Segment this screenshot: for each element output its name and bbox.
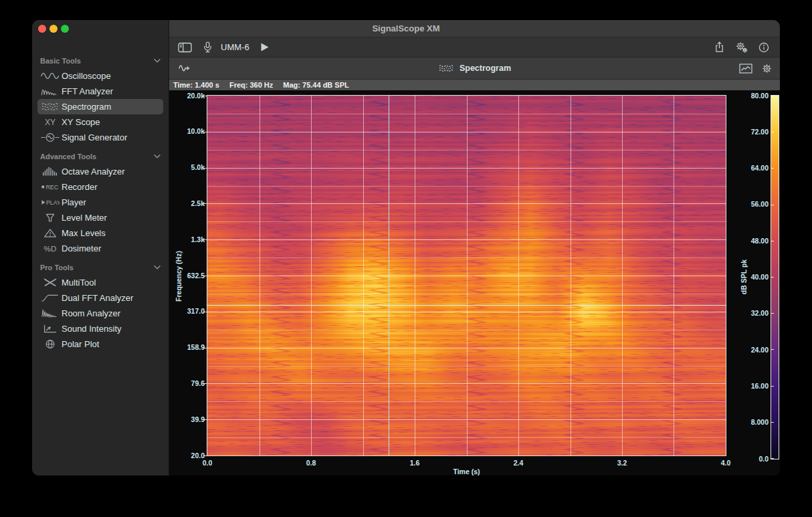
colorbar-frame: [771, 95, 779, 459]
colorbar: [771, 96, 779, 459]
sidebar-item-label: Max Levels: [62, 228, 106, 238]
zoom-button[interactable]: [61, 25, 69, 33]
time-tick-label: 3.2: [602, 459, 642, 468]
toolbar: UMM-6: [169, 37, 780, 58]
sidebar-item-octave-analyzer[interactable]: Octave Analyzer: [37, 164, 163, 179]
minimize-button[interactable]: [49, 25, 58, 33]
sound-intensity-icon: [40, 324, 60, 334]
sidebar-item-label: Level Meter: [62, 213, 107, 223]
share-icon[interactable]: [714, 41, 724, 53]
oscilloscope-icon: [40, 71, 60, 81]
freq-tick-label: 158.9: [169, 343, 205, 352]
settings-gears-icon[interactable]: [735, 41, 748, 53]
main-area: UMM-6 Spectrogram Time: 1.400 s Fr: [169, 37, 780, 476]
sidebar-item-label: Oscilloscope: [62, 71, 111, 81]
tool-title-group: Spectrogram: [438, 64, 511, 73]
sidebar-item-polar-plot[interactable]: Polar Plot: [37, 336, 163, 352]
section-header-label: Advanced Tools: [40, 152, 96, 161]
titlebar: [169, 20, 780, 37]
svg-text:REC: REC: [45, 184, 58, 191]
sidebar-item-max-levels[interactable]: Max Levels: [37, 225, 163, 241]
db-tick-label: 16.00: [732, 382, 769, 391]
signal-generator-icon: [40, 132, 60, 142]
gear-icon[interactable]: [762, 64, 772, 74]
cursor-time-readout: Time: 1.400 s: [173, 81, 219, 89]
sidebar-item-xy-scope[interactable]: XYXY Scope: [37, 114, 163, 130]
sidebar-item-label: FFT Analyzer: [62, 86, 113, 96]
waveform-arrow-icon[interactable]: [179, 64, 191, 73]
db-tick-label: 80.00: [732, 92, 769, 100]
sidebar-item-room-analyzer[interactable]: Room Analyzer: [37, 306, 163, 321]
input-device-label: UMM-6: [221, 42, 249, 52]
multitool-icon: [40, 278, 60, 288]
microphone-icon[interactable]: [203, 41, 213, 53]
sidebar-item-label: Sound Intensity: [62, 324, 122, 334]
sidebar-item-signal-generator[interactable]: Signal Generator: [37, 130, 163, 145]
db-tick-label: 32.00: [732, 309, 769, 318]
freq-tick-label: 10.0k: [169, 127, 205, 136]
sidebar-item-label: Dual FFT Analyzer: [62, 293, 133, 303]
sidebar-item-label: XY Scope: [62, 117, 100, 127]
freq-tick-label: 79.6: [169, 379, 205, 388]
sidebar-item-spectrogram[interactable]: Spectrogram: [37, 99, 163, 114]
sidebar-item-recorder[interactable]: RECRecorder: [37, 179, 163, 195]
tool-title: Spectrogram: [460, 64, 511, 73]
section-header-label: Basic Tools: [40, 57, 81, 65]
sidebar-item-oscilloscope[interactable]: Oscilloscope: [37, 68, 163, 84]
cursor-freq-readout: Freq: 360 Hz: [229, 81, 273, 89]
sidebar-item-label: Room Analyzer: [62, 308, 120, 318]
section-header-basic-tools[interactable]: Basic Tools: [32, 54, 169, 68]
recorder-icon: REC: [40, 182, 60, 192]
player-icon: PLAY: [40, 197, 60, 207]
sidebar-item-dosimeter[interactable]: %DDosimeter: [37, 241, 163, 256]
sidebar-item-level-meter[interactable]: Level Meter: [37, 210, 163, 225]
db-tick-label: 48.00: [732, 237, 769, 245]
sidebar-item-label: Polar Plot: [62, 339, 99, 349]
time-tick-label: 0.8: [291, 459, 331, 468]
close-button[interactable]: [38, 25, 46, 33]
freq-tick-label: 39.9: [169, 415, 205, 424]
fft-analyzer-icon: [40, 86, 60, 96]
polar-plot-icon: [40, 339, 60, 349]
sidebar-item-dual-fft-analyzer[interactable]: Dual FFT Analyzer: [37, 290, 163, 306]
info-icon[interactable]: [758, 42, 769, 53]
chart-icon[interactable]: [739, 64, 752, 74]
db-tick-label: 40.00: [732, 273, 769, 282]
sidebar: Basic ToolsOscilloscopeFFT AnalyzerSpect…: [32, 20, 169, 476]
sidebar-item-label: Octave Analyzer: [62, 167, 125, 177]
section-header-pro-tools[interactable]: Pro Tools: [32, 260, 169, 275]
freq-tick-label: 2.5k: [169, 199, 205, 208]
sidebar-item-label: Dosimeter: [62, 243, 101, 253]
db-tick-label: 0.0: [732, 455, 769, 463]
sidebar-item-label: Spectrogram: [62, 102, 111, 112]
sidebar-toggle-icon[interactable]: [178, 42, 192, 53]
time-tick-label: 1.6: [395, 459, 435, 468]
spectrogram-canvas[interactable]: [207, 96, 726, 455]
sidebar-item-fft-analyzer[interactable]: FFT Analyzer: [37, 84, 163, 99]
plot-region: Frequency (Hz) 20.0k10.0k5.0k2.5k1.3k632…: [169, 90, 780, 476]
level-meter-icon: [40, 213, 60, 223]
chevron-down-icon: [154, 59, 161, 63]
window-controls: [32, 20, 169, 37]
db-tick-label: 24.00: [732, 346, 769, 354]
sidebar-item-multitool[interactable]: MultiTool: [37, 275, 163, 290]
section-header-label: Pro Tools: [40, 264, 74, 272]
sidebar-item-sound-intensity[interactable]: Sound Intensity: [37, 321, 163, 336]
db-tick-label: 56.00: [732, 200, 769, 209]
plot-frame: [207, 95, 726, 456]
cursor-mag-readout: Mag: 75.44 dB SPL: [283, 81, 348, 89]
dual-fft-analyzer-icon: [40, 293, 60, 303]
freq-tick-label: 1.3k: [169, 235, 205, 244]
max-levels-icon: [40, 228, 60, 238]
cursor-readout-bar: Time: 1.400 s Freq: 360 Hz Mag: 75.44 dB…: [169, 80, 780, 90]
dosimeter-icon: %D: [40, 243, 60, 253]
sidebar-item-label: Recorder: [62, 182, 97, 192]
svg-text:PLAY: PLAY: [46, 199, 60, 206]
svg-text:%D: %D: [44, 244, 57, 253]
section-header-advanced-tools[interactable]: Advanced Tools: [32, 149, 169, 164]
xy-scope-icon: XY: [40, 117, 60, 127]
freq-tick-label: 5.0k: [169, 163, 205, 172]
play-button[interactable]: [260, 42, 270, 52]
sidebar-item-player[interactable]: PLAYPlayer: [37, 195, 163, 210]
spectrogram-icon: [438, 64, 454, 73]
